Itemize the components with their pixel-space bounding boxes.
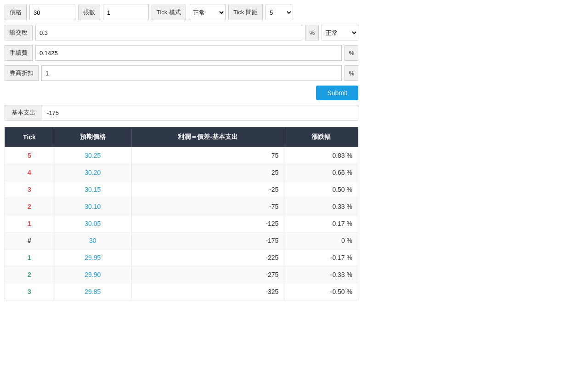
cell-change: 0 % xyxy=(284,232,358,249)
col-header-profit: 利潤＝價差-基本支出 xyxy=(131,127,284,147)
cell-tick: 1 xyxy=(5,249,54,266)
cell-profit: -75 xyxy=(131,198,284,215)
cell-price: 30.25 xyxy=(54,147,131,164)
cell-tick: # xyxy=(5,232,54,249)
cell-profit: 75 xyxy=(131,147,284,164)
tax-percent-suffix: % xyxy=(305,25,319,40)
price-input[interactable] xyxy=(29,5,75,20)
results-table: Tick 預期價格 利潤＝價差-基本支出 漲跌幅 530.25750.83 %4… xyxy=(5,127,358,300)
cell-tick: 2 xyxy=(5,198,54,215)
tax-mode-select[interactable]: 正常 反向 xyxy=(322,25,358,40)
table-row: 130.05-1250.17 % xyxy=(5,215,358,232)
cell-profit: 25 xyxy=(131,164,284,181)
fee-input[interactable] xyxy=(35,45,342,61)
cell-price: 30.20 xyxy=(54,164,131,181)
cell-profit: -175 xyxy=(131,232,284,249)
table-row: 330.15-250.50 % xyxy=(5,181,358,198)
cell-tick: 5 xyxy=(5,147,54,164)
tax-label: 證交稅 xyxy=(5,25,33,40)
col-header-price: 預期價格 xyxy=(54,127,131,147)
col-header-tick: Tick xyxy=(5,127,54,147)
tick-interval-select[interactable]: 1 2 3 4 5 6 7 8 9 10 xyxy=(266,5,293,20)
cell-tick: 2 xyxy=(5,266,54,283)
table-row: 329.85-325-0.50 % xyxy=(5,283,358,300)
table-row: 530.25750.83 % xyxy=(5,147,358,164)
cell-price: 30 xyxy=(54,232,131,249)
fee-label: 手續費 xyxy=(5,45,33,61)
cell-profit: -325 xyxy=(131,283,284,300)
table-row: 230.10-750.33 % xyxy=(5,198,358,215)
cell-price: 29.90 xyxy=(54,266,131,283)
tick-mode-select[interactable]: 正常 反向 xyxy=(189,5,226,20)
table-row: 430.20250.66 % xyxy=(5,164,358,181)
cell-profit: -125 xyxy=(131,215,284,232)
cell-price: 29.95 xyxy=(54,249,131,266)
cell-price: 30.10 xyxy=(54,198,131,215)
zhang-label: 張數 xyxy=(78,5,100,20)
cell-tick: 3 xyxy=(5,283,54,300)
tax-input[interactable] xyxy=(35,25,302,40)
cell-tick: 3 xyxy=(5,181,54,198)
cell-change: -0.17 % xyxy=(284,249,358,266)
tick-interval-label: Tick 間距 xyxy=(228,5,263,20)
tick-mode-label: Tick 模式 xyxy=(152,5,186,20)
cell-change: -0.33 % xyxy=(284,266,358,283)
discount-percent-suffix: % xyxy=(345,65,358,81)
basic-cost-label: 基本支出 xyxy=(5,105,42,121)
cell-price: 30.15 xyxy=(54,181,131,198)
price-label: 價格 xyxy=(5,5,27,20)
table-row: 129.95-225-0.17 % xyxy=(5,249,358,266)
cell-price: 30.05 xyxy=(54,215,131,232)
cell-change: 0.50 % xyxy=(284,181,358,198)
table-row: 229.90-275-0.33 % xyxy=(5,266,358,283)
submit-button[interactable]: Submit xyxy=(316,86,358,100)
cell-tick: 1 xyxy=(5,215,54,232)
cell-change: 0.33 % xyxy=(284,198,358,215)
col-header-change: 漲跌幅 xyxy=(284,127,358,147)
discount-label: 券商折扣 xyxy=(5,65,39,81)
fee-percent-suffix: % xyxy=(345,45,358,61)
cell-change: 0.17 % xyxy=(284,215,358,232)
table-row: #30-1750 % xyxy=(5,232,358,249)
basic-cost-value: -175 xyxy=(42,105,358,121)
zhang-input[interactable] xyxy=(103,5,149,20)
cell-change: 0.83 % xyxy=(284,147,358,164)
cell-change: -0.50 % xyxy=(284,283,358,300)
cell-price: 29.85 xyxy=(54,283,131,300)
cell-change: 0.66 % xyxy=(284,164,358,181)
cell-profit: -25 xyxy=(131,181,284,198)
cell-profit: -275 xyxy=(131,266,284,283)
cell-tick: 4 xyxy=(5,164,54,181)
cell-profit: -225 xyxy=(131,249,284,266)
discount-input[interactable] xyxy=(41,65,342,81)
